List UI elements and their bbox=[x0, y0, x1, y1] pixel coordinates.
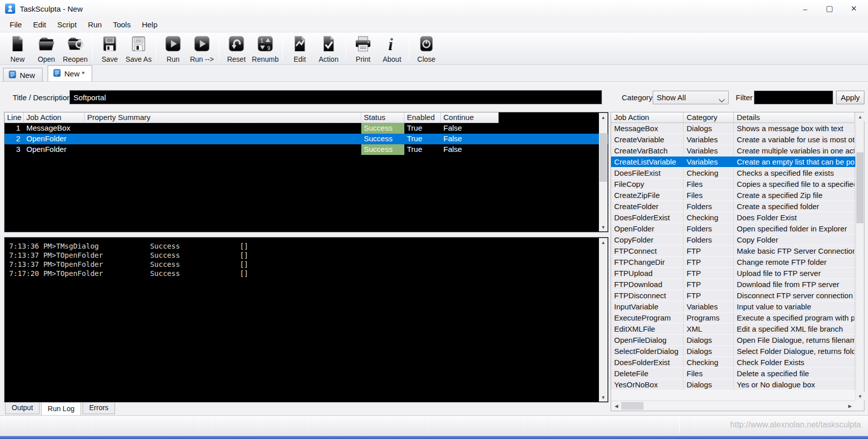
catalog-row[interactable]: DeleteFileFilesDelete a specified file bbox=[611, 368, 855, 379]
column-header-job-action[interactable]: Job Action bbox=[24, 112, 85, 123]
toolbar-save-button[interactable]: Save bbox=[95, 34, 124, 64]
menu-help[interactable]: Help bbox=[136, 18, 163, 31]
toolbar-renumb-button[interactable]: 19Renumb bbox=[251, 34, 280, 64]
catalog-row[interactable]: DoesFileExistCheckingChecks a specified … bbox=[611, 168, 855, 179]
log-tab-output[interactable]: Output bbox=[5, 403, 40, 414]
catalog-column-header-job-action[interactable]: Job Action bbox=[611, 112, 684, 123]
catalog-cell-job_action: CreateZipFile bbox=[611, 190, 684, 201]
toolbar-reopen-button[interactable]: Reopen bbox=[61, 34, 90, 64]
catalog-row[interactable]: ExecuteProgramProgramsExecute a specifie… bbox=[611, 312, 855, 324]
toolbar-separator bbox=[282, 36, 283, 60]
menu-file[interactable]: File bbox=[4, 18, 27, 31]
toolbar-button-label: Open bbox=[37, 55, 55, 63]
catalog-row[interactable]: OpenFileDialogDialogsOpen File Dialogue,… bbox=[611, 335, 855, 346]
scroll-down-icon[interactable]: ▼ bbox=[599, 223, 608, 231]
category-dropdown[interactable]: Show All bbox=[653, 91, 729, 104]
scroll-down-icon[interactable]: ▼ bbox=[599, 393, 608, 402]
column-header-property-summary[interactable]: Property Summary bbox=[85, 112, 361, 123]
title-description-input[interactable] bbox=[69, 90, 602, 104]
window-maximize-button[interactable]: ▢ bbox=[817, 0, 842, 17]
catalog-row[interactable]: FTPDisconnectFTPDisconnect FTP server co… bbox=[611, 290, 855, 301]
toolbar-print-button[interactable]: Print bbox=[349, 34, 378, 64]
job-row[interactable]: 3OpenFolderSuccessTrueFalse bbox=[5, 144, 608, 155]
column-header-status[interactable]: Status bbox=[361, 112, 404, 123]
window-close-button[interactable]: ✕ bbox=[842, 0, 866, 17]
menu-edit[interactable]: Edit bbox=[27, 18, 52, 31]
document-tab-icon bbox=[9, 70, 16, 80]
toolbar-run-button[interactable]: Run --> bbox=[187, 34, 216, 64]
job-grid-scrollbar[interactable]: ▲ ▼ bbox=[599, 113, 608, 231]
catalog-vertical-scrollbar[interactable]: ▲ ▼ bbox=[855, 112, 864, 401]
catalog-row[interactable]: CreateVariableVariablesCreate a variable… bbox=[611, 134, 855, 145]
job-cell-job_action: OpenFolder bbox=[24, 134, 85, 144]
column-header-line[interactable]: Line bbox=[5, 112, 24, 123]
scroll-up-icon[interactable]: ▲ bbox=[599, 113, 608, 122]
catalog-cell-job_action: CreateVarBatch bbox=[611, 145, 684, 156]
log-tab-errors[interactable]: Errors bbox=[83, 403, 115, 414]
catalog-cell-job_action: CreateVariable bbox=[611, 134, 684, 145]
job-row[interactable]: 2OpenFolderSuccessTrueFalse bbox=[5, 134, 608, 144]
column-header-continue[interactable]: Continue bbox=[441, 112, 499, 123]
log-tab-run-log[interactable]: Run Log bbox=[41, 403, 81, 416]
window-controls: –▢✕ bbox=[793, 0, 866, 17]
catalog-row[interactable]: FTPChangeDirFTPChange remote FTP folder bbox=[611, 257, 855, 268]
catalog-row[interactable]: CopyFolderFoldersCopy Folder bbox=[611, 234, 855, 246]
window-minimize-button[interactable]: – bbox=[793, 0, 817, 17]
tab-new[interactable]: New * bbox=[48, 65, 92, 82]
scrollbar-thumb[interactable] bbox=[621, 402, 644, 410]
scroll-up-icon[interactable]: ▲ bbox=[599, 238, 608, 247]
toolbar-edit-button[interactable]: Edit bbox=[285, 34, 314, 64]
scroll-right-icon[interactable]: ▶ bbox=[846, 402, 854, 410]
toolbar-save-as-button[interactable]: Save As bbox=[124, 34, 153, 64]
toolbar-about-button[interactable]: iAbout bbox=[378, 34, 406, 64]
catalog-cell-details: Shows a message box with text bbox=[734, 123, 855, 134]
toolbar-reset-button[interactable]: Reset bbox=[222, 34, 251, 64]
catalog-row[interactable]: FTPConnectFTPMake basic FTP Server Conne… bbox=[611, 246, 855, 257]
scroll-left-icon[interactable]: ◀ bbox=[612, 402, 621, 410]
toolbar-open-button[interactable]: Open bbox=[32, 34, 61, 64]
filter-input[interactable] bbox=[754, 91, 833, 104]
run-arrow-play-icon bbox=[193, 34, 211, 55]
catalog-row[interactable]: CreateZipFileFilesCreate a specified Zip… bbox=[611, 190, 855, 201]
catalog-row[interactable]: MessageBoxDialogsShows a message box wit… bbox=[611, 123, 855, 134]
catalog-row[interactable]: InputVariableVariablesInput value to var… bbox=[611, 301, 855, 312]
catalog-row[interactable]: YesOrNoBoxDialogsYes or No dialogue box bbox=[611, 379, 855, 390]
menu-script[interactable]: Script bbox=[52, 18, 82, 31]
catalog-row[interactable]: CreateFolderFoldersCreate a specified fo… bbox=[611, 201, 855, 212]
job-row[interactable]: 1MessageBoxSuccessTrueFalse bbox=[5, 123, 608, 134]
catalog-row[interactable]: EditXMLFileXMLEdit a specified XML file … bbox=[611, 324, 855, 335]
apply-button[interactable]: Apply bbox=[836, 91, 864, 104]
menu-run[interactable]: Run bbox=[82, 18, 107, 31]
catalog-row[interactable]: FTPDownloadFTPDownload file from FTP ser… bbox=[611, 279, 855, 290]
catalog-column-header-details[interactable]: Details bbox=[734, 112, 855, 123]
toolbar-new-button[interactable]: New bbox=[3, 34, 32, 64]
toolbar-action-button[interactable]: Action bbox=[314, 34, 343, 64]
scroll-down-icon[interactable]: ▼ bbox=[856, 392, 864, 401]
catalog-row[interactable]: CreateListVariableVariablesCreate an emp… bbox=[611, 156, 855, 168]
menu-tools[interactable]: Tools bbox=[107, 18, 136, 31]
catalog-row[interactable]: FileCopyFilesCopies a specified file to … bbox=[611, 179, 855, 190]
catalog-row[interactable]: OpenFolderFoldersOpen specified folder i… bbox=[611, 223, 855, 234]
tab-new[interactable]: New bbox=[3, 68, 43, 82]
reset-undo-icon bbox=[227, 34, 246, 55]
catalog-horizontal-scrollbar[interactable]: ◀ ▶ bbox=[611, 401, 855, 411]
catalog-cell-job_action: YesOrNoBox bbox=[611, 379, 684, 390]
catalog-row[interactable]: SelectFolderDialogDialogsSelect Folder D… bbox=[611, 346, 855, 357]
catalog-row[interactable]: FTPUploadFTPUpload file to FTP server bbox=[611, 268, 855, 279]
job-cell-property_summary bbox=[85, 144, 361, 155]
scroll-up-icon[interactable]: ▲ bbox=[856, 112, 864, 121]
toolbar-button-label: About bbox=[383, 55, 401, 63]
catalog-row[interactable]: DoesFolderExistCheckingCheck Folder Exis… bbox=[611, 357, 855, 368]
scrollbar-thumb[interactable] bbox=[856, 152, 863, 223]
toolbar-run-button[interactable]: Run bbox=[159, 34, 187, 64]
catalog-row[interactable]: DoesFolderExistCheckingDoes Folder Exist bbox=[611, 212, 855, 223]
catalog-column-header-category[interactable]: Category bbox=[684, 112, 734, 123]
column-header-enabled[interactable]: Enabled bbox=[404, 112, 441, 123]
run-log-scrollbar[interactable]: ▲ ▼ bbox=[599, 238, 608, 402]
catalog-cell-details: Make basic FTP Server Connection bbox=[734, 246, 855, 256]
save-floppy-icon bbox=[100, 34, 119, 55]
scrollbar-thumb[interactable] bbox=[599, 133, 607, 182]
filter-label: Filter bbox=[736, 93, 752, 102]
toolbar-close-button[interactable]: Close bbox=[412, 34, 441, 64]
catalog-row[interactable]: CreateVarBatchVariablesCreate multiple v… bbox=[611, 145, 855, 156]
